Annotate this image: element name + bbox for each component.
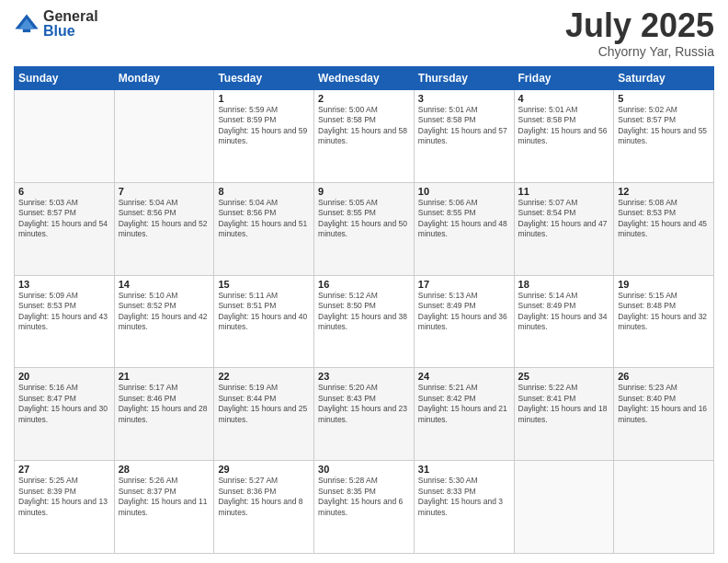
calendar-cell: 9Sunrise: 5:05 AMSunset: 8:55 PMDaylight… [314, 182, 415, 275]
day-number: 2 [318, 93, 410, 104]
calendar-cell: 22Sunrise: 5:19 AMSunset: 8:44 PMDayligh… [214, 368, 314, 461]
day-info: Sunrise: 5:16 AMSunset: 8:47 PMDaylight:… [18, 383, 110, 425]
day-info: Sunrise: 5:01 AMSunset: 8:58 PMDaylight:… [418, 105, 510, 147]
calendar-cell [114, 90, 214, 183]
calendar-cell: 4Sunrise: 5:01 AMSunset: 8:58 PMDaylight… [514, 90, 614, 183]
header-saturday: Saturday [614, 67, 714, 90]
day-number: 10 [418, 186, 510, 197]
day-info: Sunrise: 5:06 AMSunset: 8:55 PMDaylight:… [418, 198, 510, 240]
location: Chyorny Yar, Russia [565, 44, 714, 59]
calendar-cell [15, 90, 115, 183]
day-info: Sunrise: 5:09 AMSunset: 8:53 PMDaylight:… [18, 291, 110, 333]
calendar-cell: 1Sunrise: 5:59 AMSunset: 8:59 PMDaylight… [214, 90, 314, 183]
day-number: 19 [618, 279, 710, 290]
day-info: Sunrise: 5:11 AMSunset: 8:51 PMDaylight:… [218, 291, 310, 333]
day-info: Sunrise: 5:04 AMSunset: 8:56 PMDaylight:… [119, 198, 210, 240]
day-info: Sunrise: 5:28 AMSunset: 8:35 PMDaylight:… [318, 476, 410, 518]
day-info: Sunrise: 5:59 AMSunset: 8:59 PMDaylight:… [218, 105, 310, 147]
day-number: 12 [618, 186, 710, 197]
calendar-cell: 15Sunrise: 5:11 AMSunset: 8:51 PMDayligh… [214, 275, 314, 368]
logo-general-text: General [43, 9, 98, 24]
logo: General Blue [14, 9, 98, 39]
calendar-row-4: 27Sunrise: 5:25 AMSunset: 8:39 PMDayligh… [15, 461, 714, 554]
calendar-row-1: 6Sunrise: 5:03 AMSunset: 8:57 PMDaylight… [15, 182, 714, 275]
day-info: Sunrise: 5:17 AMSunset: 8:46 PMDaylight:… [119, 383, 210, 425]
calendar-row-3: 20Sunrise: 5:16 AMSunset: 8:47 PMDayligh… [15, 368, 714, 461]
calendar-row-0: 1Sunrise: 5:59 AMSunset: 8:59 PMDaylight… [15, 90, 714, 183]
header-thursday: Thursday [414, 67, 514, 90]
day-number: 27 [18, 464, 110, 475]
calendar-cell: 19Sunrise: 5:15 AMSunset: 8:48 PMDayligh… [614, 275, 714, 368]
day-info: Sunrise: 5:04 AMSunset: 8:56 PMDaylight:… [218, 198, 310, 240]
calendar-cell: 10Sunrise: 5:06 AMSunset: 8:55 PMDayligh… [414, 182, 514, 275]
calendar-cell: 25Sunrise: 5:22 AMSunset: 8:41 PMDayligh… [514, 368, 614, 461]
calendar-cell: 7Sunrise: 5:04 AMSunset: 8:56 PMDaylight… [114, 182, 214, 275]
day-info: Sunrise: 5:05 AMSunset: 8:55 PMDaylight:… [318, 198, 410, 240]
day-number: 31 [418, 464, 510, 475]
day-info: Sunrise: 5:30 AMSunset: 8:33 PMDaylight:… [418, 476, 510, 518]
month-title: July 2025 [565, 9, 714, 42]
day-number: 25 [518, 371, 610, 382]
day-number: 23 [318, 371, 410, 382]
day-info: Sunrise: 5:03 AMSunset: 8:57 PMDaylight:… [18, 198, 110, 240]
header-monday: Monday [114, 67, 214, 90]
day-info: Sunrise: 5:15 AMSunset: 8:48 PMDaylight:… [618, 291, 710, 333]
calendar-cell: 26Sunrise: 5:23 AMSunset: 8:40 PMDayligh… [614, 368, 714, 461]
weekday-header-row: Sunday Monday Tuesday Wednesday Thursday… [15, 67, 714, 90]
day-number: 22 [218, 371, 310, 382]
day-info: Sunrise: 5:27 AMSunset: 8:36 PMDaylight:… [218, 476, 310, 518]
day-number: 11 [518, 186, 610, 197]
day-number: 4 [518, 93, 610, 104]
logo-icon [14, 11, 40, 37]
day-number: 21 [119, 371, 210, 382]
header-sunday: Sunday [15, 67, 115, 90]
day-number: 9 [318, 186, 410, 197]
calendar-cell: 17Sunrise: 5:13 AMSunset: 8:49 PMDayligh… [414, 275, 514, 368]
day-number: 30 [318, 464, 410, 475]
day-number: 1 [218, 93, 310, 104]
header-wednesday: Wednesday [314, 67, 415, 90]
day-number: 29 [218, 464, 310, 475]
day-number: 15 [218, 279, 310, 290]
day-number: 6 [18, 186, 110, 197]
day-info: Sunrise: 5:07 AMSunset: 8:54 PMDaylight:… [518, 198, 610, 240]
day-number: 28 [119, 464, 210, 475]
header-tuesday: Tuesday [214, 67, 314, 90]
calendar-cell: 5Sunrise: 5:02 AMSunset: 8:57 PMDaylight… [614, 90, 714, 183]
day-number: 13 [18, 279, 110, 290]
day-number: 17 [418, 279, 510, 290]
calendar-cell: 12Sunrise: 5:08 AMSunset: 8:53 PMDayligh… [614, 182, 714, 275]
calendar-cell [614, 461, 714, 554]
day-number: 16 [318, 279, 410, 290]
day-number: 14 [119, 279, 210, 290]
calendar-cell: 23Sunrise: 5:20 AMSunset: 8:43 PMDayligh… [314, 368, 415, 461]
day-number: 18 [518, 279, 610, 290]
calendar-cell: 24Sunrise: 5:21 AMSunset: 8:42 PMDayligh… [414, 368, 514, 461]
day-info: Sunrise: 5:08 AMSunset: 8:53 PMDaylight:… [618, 198, 710, 240]
day-info: Sunrise: 5:19 AMSunset: 8:44 PMDaylight:… [218, 383, 310, 425]
calendar-cell: 3Sunrise: 5:01 AMSunset: 8:58 PMDaylight… [414, 90, 514, 183]
day-number: 8 [218, 186, 310, 197]
day-number: 20 [18, 371, 110, 382]
day-info: Sunrise: 5:01 AMSunset: 8:58 PMDaylight:… [518, 105, 610, 147]
calendar-cell: 18Sunrise: 5:14 AMSunset: 8:49 PMDayligh… [514, 275, 614, 368]
day-info: Sunrise: 5:26 AMSunset: 8:37 PMDaylight:… [119, 476, 210, 518]
calendar-cell: 29Sunrise: 5:27 AMSunset: 8:36 PMDayligh… [214, 461, 314, 554]
calendar-cell: 30Sunrise: 5:28 AMSunset: 8:35 PMDayligh… [314, 461, 415, 554]
calendar-cell: 21Sunrise: 5:17 AMSunset: 8:46 PMDayligh… [114, 368, 214, 461]
header-friday: Friday [514, 67, 614, 90]
header: General Blue July 2025 Chyorny Yar, Russ… [14, 9, 714, 59]
svg-rect-2 [23, 29, 30, 32]
day-info: Sunrise: 5:10 AMSunset: 8:52 PMDaylight:… [119, 291, 210, 333]
calendar-cell [514, 461, 614, 554]
calendar-table: Sunday Monday Tuesday Wednesday Thursday… [14, 66, 714, 554]
calendar-cell: 28Sunrise: 5:26 AMSunset: 8:37 PMDayligh… [114, 461, 214, 554]
day-info: Sunrise: 5:00 AMSunset: 8:58 PMDaylight:… [318, 105, 410, 147]
day-number: 7 [119, 186, 210, 197]
day-info: Sunrise: 5:25 AMSunset: 8:39 PMDaylight:… [18, 476, 110, 518]
day-number: 5 [618, 93, 710, 104]
calendar-cell: 14Sunrise: 5:10 AMSunset: 8:52 PMDayligh… [114, 275, 214, 368]
day-info: Sunrise: 5:14 AMSunset: 8:49 PMDaylight:… [518, 291, 610, 333]
logo-text: General Blue [43, 9, 98, 39]
calendar-cell: 27Sunrise: 5:25 AMSunset: 8:39 PMDayligh… [15, 461, 115, 554]
